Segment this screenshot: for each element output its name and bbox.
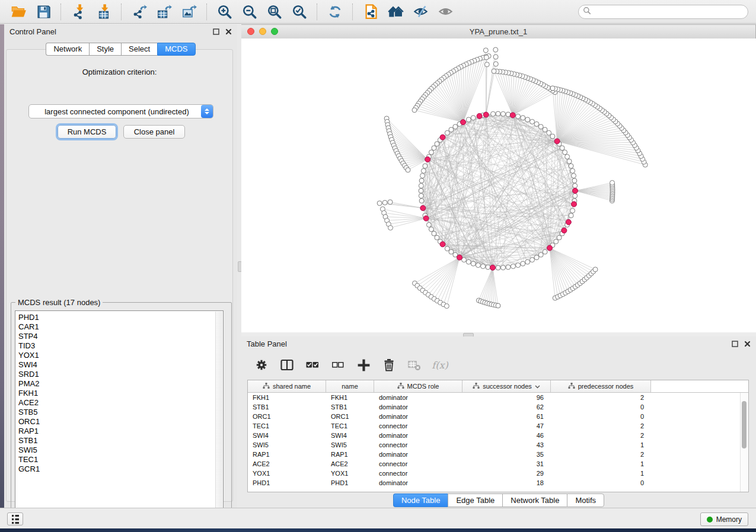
split-panel-icon[interactable] — [279, 357, 295, 373]
tab-network[interactable]: Network — [46, 43, 89, 56]
select-all-icon[interactable] — [304, 357, 321, 373]
column-header-MCDS-role[interactable]: MCDS role — [374, 380, 462, 392]
mcds-result-item[interactable]: TID3 — [18, 341, 223, 351]
toolbar-divider — [317, 4, 318, 20]
table-row[interactable]: SWI4SWI4dominator462 — [248, 431, 748, 440]
hide-panels-icon[interactable] — [410, 2, 430, 21]
mcds-result-item[interactable]: ORC1 — [18, 417, 223, 427]
run-mcds-button[interactable]: Run MCDS — [58, 125, 116, 139]
mcds-result-item[interactable]: SWI5 — [18, 446, 223, 455]
table-row[interactable]: SWI5SWI5connector431 — [248, 440, 748, 450]
search-icon — [583, 7, 591, 17]
table-row[interactable]: TEC1TEC1connector472 — [248, 421, 748, 431]
search-input[interactable] — [594, 6, 748, 18]
close-panel-button[interactable]: Close panel — [123, 125, 185, 139]
mcds-result-item[interactable]: STB5 — [18, 408, 223, 417]
close-panel-icon[interactable] — [225, 28, 232, 36]
cell-name: SWI4 — [326, 431, 374, 440]
close-panel-icon[interactable] — [744, 341, 751, 348]
delete-columns-icon[interactable] — [381, 357, 397, 373]
table-header-row: shared namenameMCDS rolesuccessor nodesp… — [248, 380, 748, 393]
mcds-result-item[interactable]: CAR1 — [18, 322, 223, 332]
memory-status-icon — [707, 517, 713, 523]
mcds-result-item[interactable]: PMA2 — [18, 379, 223, 389]
mcds-result-item[interactable]: PHD1 — [18, 313, 223, 322]
mcds-result-group: MCDS result (17 nodes) PHD1CAR1STP4TID3Y… — [11, 302, 232, 524]
cell-shared-name: TEC1 — [248, 421, 326, 431]
list-scrollbar[interactable] — [215, 312, 222, 515]
homes-icon[interactable] — [385, 2, 406, 21]
zoom-selected-icon[interactable] — [289, 2, 310, 21]
cell-predecessor-nodes: 1 — [551, 469, 651, 478]
zoom-in-icon[interactable] — [215, 2, 235, 21]
show-panels-icon[interactable] — [435, 2, 455, 21]
minimize-window-button[interactable] — [259, 28, 266, 35]
column-header-shared-name[interactable]: shared name — [248, 380, 326, 392]
export-table-icon[interactable] — [154, 2, 174, 21]
maximize-window-button[interactable] — [271, 28, 278, 35]
tab-mcds[interactable]: MCDS — [157, 43, 195, 56]
table-row[interactable]: FKH1FKH1dominator962 — [248, 393, 748, 402]
export-image-icon[interactable] — [179, 2, 199, 21]
mcds-result-item[interactable]: ACE2 — [18, 398, 223, 408]
deselect-all-icon[interactable] — [330, 357, 346, 373]
table-scrollbar[interactable] — [740, 393, 748, 492]
optimization-criterion-select[interactable]: largest connected component (undirected) — [28, 104, 213, 118]
cell-name: YOX1 — [326, 469, 374, 478]
table-row[interactable]: RAP1RAP1dominator352 — [248, 450, 748, 459]
table-row[interactable]: STB1STB1dominator620 — [248, 402, 748, 412]
tab-edge-table[interactable]: Edge Table — [448, 493, 502, 507]
mcds-result-item[interactable]: GCR1 — [18, 464, 223, 474]
horizontal-splitter[interactable] — [241, 332, 756, 336]
column-header-successor-nodes[interactable]: successor nodes — [462, 380, 551, 392]
float-panel-icon[interactable] — [212, 28, 219, 36]
memory-button[interactable]: Memory — [700, 512, 748, 526]
mcds-result-item[interactable]: STB1 — [18, 436, 223, 446]
scrollbar-thumb[interactable] — [742, 401, 747, 448]
float-panel-icon[interactable] — [731, 341, 738, 348]
search-box[interactable] — [578, 5, 748, 19]
add-column-icon[interactable] — [355, 357, 372, 373]
cell-predecessor-nodes: 1 — [551, 440, 651, 450]
tab-network-table[interactable]: Network Table — [502, 493, 567, 507]
cell-name: ORC1 — [326, 412, 374, 421]
zoom-out-icon[interactable] — [240, 2, 260, 21]
table-row[interactable]: ORC1ORC1dominator610 — [248, 412, 748, 421]
zoom-fit-icon[interactable] — [264, 2, 285, 21]
mcds-result-item[interactable]: STP4 — [18, 332, 223, 341]
close-window-button[interactable] — [247, 28, 254, 35]
mcds-result-item[interactable]: SRD1 — [18, 370, 223, 379]
cell-predecessor-nodes: 0 — [551, 412, 651, 421]
mcds-result-item[interactable]: RAP1 — [18, 427, 223, 436]
cell-name: FKH1 — [326, 393, 374, 402]
table-row[interactable]: ACE2ACE2connector311 — [248, 459, 748, 469]
tab-node-table[interactable]: Node Table — [393, 493, 448, 507]
panel-menu-button[interactable] — [7, 512, 23, 525]
cell-shared-name: SWI5 — [248, 440, 326, 450]
network-canvas[interactable] — [241, 39, 756, 332]
cell-MCDS-role: connector — [374, 421, 462, 431]
table-row[interactable]: YOX1YOX1connector291 — [248, 469, 748, 478]
cell-predecessor-nodes: 1 — [551, 459, 651, 469]
column-header-predecessor-nodes[interactable]: predecessor nodes — [551, 380, 651, 392]
table-row[interactable]: PHD1PHD1dominator180 — [248, 478, 748, 488]
tab-select[interactable]: Select — [121, 43, 157, 56]
status-bar: Memory — [0, 508, 756, 528]
tab-motifs[interactable]: Motifs — [567, 493, 604, 507]
import-table-icon[interactable] — [94, 2, 114, 21]
import-network-icon[interactable] — [69, 2, 89, 21]
mcds-result-item[interactable]: TEC1 — [18, 455, 223, 464]
network-from-file-icon[interactable] — [361, 2, 381, 21]
mcds-result-item[interactable]: SWI4 — [18, 360, 223, 370]
table-settings-icon[interactable] — [253, 357, 270, 373]
export-network-icon[interactable] — [129, 2, 149, 21]
toolbar-divider — [60, 4, 62, 20]
open-file-icon[interactable] — [8, 2, 28, 21]
tab-style[interactable]: Style — [89, 43, 121, 56]
refresh-layout-icon[interactable] — [325, 2, 345, 21]
column-header-name[interactable]: name — [326, 380, 374, 392]
mcds-result-item[interactable]: FKH1 — [18, 389, 223, 398]
mcds-result-item[interactable]: YOX1 — [18, 351, 223, 360]
mcds-result-list[interactable]: PHD1CAR1STP4TID3YOX1SWI4SRD1PMA2FKH1ACE2… — [15, 310, 224, 515]
save-session-icon[interactable] — [33, 2, 53, 21]
